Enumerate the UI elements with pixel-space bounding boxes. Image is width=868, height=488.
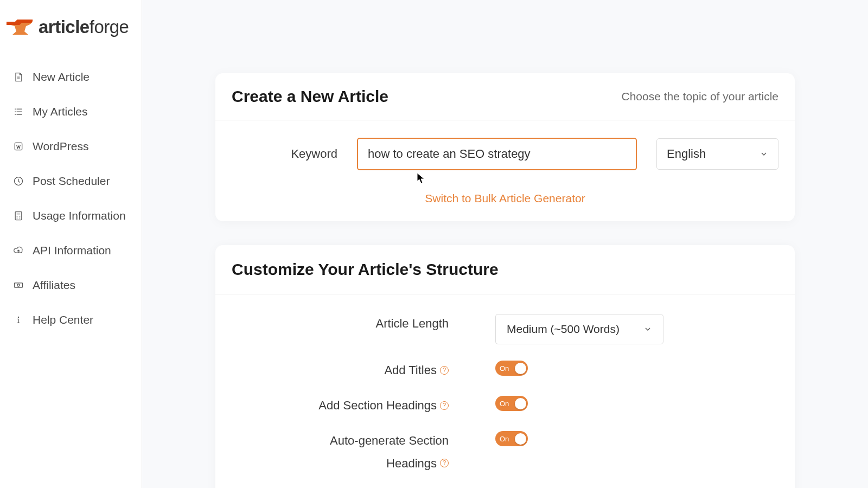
- svg-point-5: [18, 317, 20, 318]
- sidebar-item-label: Affiliates: [33, 279, 75, 292]
- toggle-knob: [515, 363, 526, 374]
- keyword-input[interactable]: [357, 138, 637, 170]
- sidebar-item-label: WordPress: [33, 140, 88, 153]
- anvil-icon: [5, 16, 35, 38]
- bulk-generator-link[interactable]: Switch to Bulk Article Generator: [232, 192, 778, 205]
- language-value: English: [667, 147, 706, 161]
- sidebar-item-label: Post Scheduler: [33, 175, 110, 188]
- card-header: Create a New Article Choose the topic of…: [215, 73, 795, 120]
- clock-icon: [13, 176, 24, 187]
- sidebar-item-wordpress[interactable]: WordPress: [0, 129, 142, 164]
- language-select[interactable]: English: [656, 138, 778, 170]
- logo[interactable]: articleforge: [0, 16, 142, 60]
- article-length-select[interactable]: Medium (~500 Words): [495, 314, 663, 344]
- sidebar-item-usage-information[interactable]: Usage Information: [0, 198, 142, 233]
- sidebar-item-label: My Articles: [33, 105, 88, 118]
- main-content: Create a New Article Choose the topic of…: [142, 0, 868, 488]
- money-icon: [13, 280, 24, 291]
- sidebar-item-new-article[interactable]: New Article: [0, 60, 142, 94]
- calculator-icon: [13, 210, 24, 221]
- help-icon[interactable]: ?: [440, 459, 449, 467]
- toggle-knob: [515, 433, 526, 445]
- sidebar-item-my-articles[interactable]: My Articles: [0, 94, 142, 129]
- add-titles-toggle[interactable]: On: [495, 361, 528, 376]
- svg-rect-2: [15, 212, 22, 220]
- svg-point-4: [17, 284, 20, 286]
- page-title: Create a New Article: [232, 87, 388, 106]
- logo-text: articleforge: [39, 17, 129, 37]
- document-icon: [13, 72, 24, 82]
- auto-generate-headings-toggle[interactable]: On: [495, 431, 528, 446]
- sidebar-item-affiliates[interactable]: Affiliates: [0, 268, 142, 303]
- sidebar-item-label: New Article: [33, 70, 90, 84]
- sidebar-item-api-information[interactable]: API Information: [0, 233, 142, 268]
- help-icon[interactable]: ?: [440, 366, 449, 375]
- auto-generate-headings-label: Auto-generate Section Headings ?: [232, 431, 449, 472]
- help-icon[interactable]: ?: [440, 401, 449, 410]
- toggle-knob: [515, 398, 526, 409]
- sidebar-item-label: Usage Information: [33, 209, 126, 222]
- article-length-value: Medium (~500 Words): [507, 323, 620, 336]
- page-subtitle: Choose the topic of your article: [622, 90, 779, 103]
- info-icon: [13, 314, 24, 325]
- create-article-card: Create a New Article Choose the topic of…: [215, 73, 795, 221]
- customize-structure-card: Customize Your Article's Structure Artic…: [215, 245, 795, 488]
- sidebar-item-label: API Information: [33, 244, 111, 257]
- article-length-label: Article Length: [232, 314, 449, 333]
- chevron-down-icon: [643, 325, 652, 333]
- nav-list: New Article My Articles WordPress Post S…: [0, 60, 142, 337]
- add-section-headings-label: Add Section Headings ?: [232, 396, 449, 415]
- list-icon: [13, 106, 24, 117]
- cloud-icon: [13, 245, 24, 256]
- sidebar-item-label: Help Center: [33, 313, 93, 326]
- sidebar-item-help-center[interactable]: Help Center: [0, 303, 142, 337]
- chevron-down-icon: [760, 150, 768, 158]
- svg-rect-3: [15, 283, 23, 287]
- add-titles-label: Add Titles ?: [232, 361, 449, 380]
- card-header: Customize Your Article's Structure: [215, 245, 795, 294]
- section-title: Customize Your Article's Structure: [232, 260, 778, 279]
- sidebar-item-post-scheduler[interactable]: Post Scheduler: [0, 164, 142, 198]
- add-section-headings-toggle[interactable]: On: [495, 396, 528, 411]
- keyword-label: Keyword: [232, 147, 337, 161]
- wordpress-icon: [13, 141, 24, 152]
- sidebar: articleforge New Article My Articles Wor…: [0, 0, 142, 488]
